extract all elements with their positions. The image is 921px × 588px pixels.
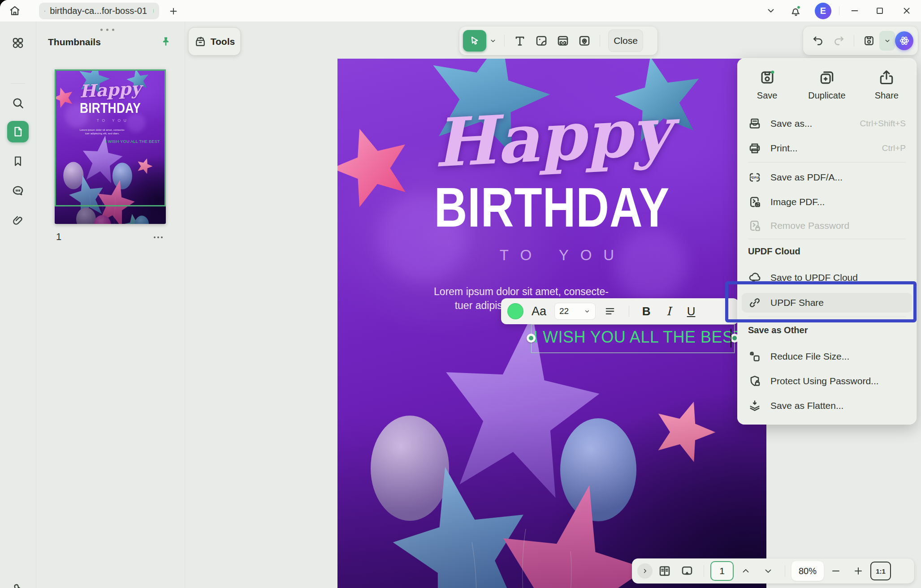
menu-item-image-pdf[interactable]: Image PDF... <box>742 192 912 212</box>
save-dropdown-menu: Save Duplicate Share Save as...Ctrl+Shif… <box>737 58 917 425</box>
document-tab[interactable]: birthday-ca...for-boss-01 <box>39 3 159 19</box>
close-edit-button[interactable]: Close <box>608 30 643 52</box>
close-window-button[interactable] <box>897 0 916 21</box>
menu-item-save-as-pdfa[interactable]: PDF/A Save as PDF/A... <box>742 167 912 187</box>
redo-button[interactable] <box>829 30 850 52</box>
actual-size-button[interactable]: 1:1 <box>870 562 891 580</box>
align-button[interactable] <box>598 300 622 322</box>
zoom-out-button[interactable] <box>826 561 846 581</box>
bold-button[interactable]: B <box>636 305 656 318</box>
comment-icon <box>11 184 25 197</box>
text-caret <box>731 329 731 348</box>
minimize-button[interactable] <box>845 0 864 21</box>
menu-item-save-to-updf-cloud[interactable]: Save to UPDF Cloud <box>742 268 912 288</box>
font-style-button[interactable]: Aa <box>526 305 552 318</box>
ai-swirl-icon <box>898 34 911 47</box>
section-save-as-other: Save as Other <box>748 325 808 335</box>
undo-button[interactable] <box>808 30 829 52</box>
minimize-icon <box>850 6 860 16</box>
ai-assistant-button[interactable] <box>895 31 913 50</box>
divider <box>600 35 600 47</box>
sidebar-item-bookmarks[interactable] <box>7 150 29 172</box>
printer-icon <box>748 142 761 155</box>
tools-button[interactable]: Tools <box>188 27 241 56</box>
divider <box>839 6 839 15</box>
sidebar-item-apps[interactable] <box>7 32 29 54</box>
menu-item-save-as[interactable]: Save as...Ctrl+Shift+S <box>742 114 912 133</box>
font-size-dropdown[interactable]: 22 <box>554 303 596 320</box>
selection-handle-left[interactable] <box>527 334 536 343</box>
sidebar-item-search[interactable] <box>7 92 29 114</box>
divider <box>748 317 906 317</box>
save-icon <box>759 69 776 86</box>
monitor-icon <box>44 6 45 16</box>
next-page-button[interactable] <box>758 561 778 581</box>
page-number-input[interactable] <box>710 561 734 581</box>
zoom-level-button[interactable]: 80% <box>791 561 824 581</box>
page-thumbnail[interactable]: Happy BIRTHDAY TO YOU Lorem ipsum dolor … <box>55 69 166 224</box>
avatar[interactable]: E <box>815 3 831 19</box>
cloud-icon <box>748 271 761 284</box>
edit-toolbar: Close <box>459 26 657 55</box>
text-selection-box[interactable] <box>531 324 735 353</box>
previous-page-button[interactable] <box>735 561 756 581</box>
tools-label: Tools <box>211 36 235 47</box>
text-color-swatch[interactable] <box>507 303 523 319</box>
sidebar-item-swatches[interactable] <box>7 578 29 588</box>
menu-item-protect-password[interactable]: Protect Using Password... <box>742 371 912 391</box>
stamp-tool-button[interactable] <box>574 30 595 52</box>
zoom-in-button[interactable] <box>848 561 869 581</box>
save-button[interactable] <box>859 30 880 52</box>
maximize-button[interactable] <box>870 0 889 21</box>
reduce-size-icon <box>748 350 761 363</box>
menu-item-updf-share[interactable]: UPDF Share <box>742 293 912 313</box>
chevron-down-icon <box>763 566 773 576</box>
divider <box>629 305 629 317</box>
redo-icon <box>833 34 845 47</box>
page-layout-button[interactable] <box>654 561 675 581</box>
menu-item-save-as-flatten[interactable]: Save as Flatten... <box>742 396 912 416</box>
menu-save-button[interactable]: Save <box>740 69 794 101</box>
palette-fan-icon <box>11 582 25 588</box>
menu-item-print[interactable]: Print...Ctrl+P <box>742 138 912 158</box>
unsaved-dot <box>153 9 154 13</box>
divider <box>504 35 505 47</box>
collapse-bar-button[interactable] <box>637 563 653 579</box>
toolbox-icon <box>194 35 207 48</box>
home-button[interactable] <box>6 2 23 19</box>
menu-item-reduce-file-size[interactable]: Reduce File Size... <box>742 347 912 366</box>
thumbnail-page-number: 1 <box>56 231 61 243</box>
duplicate-icon <box>818 69 835 86</box>
title-bar: birthday-ca...for-boss-01 E <box>0 0 921 21</box>
panel-drag-handle[interactable] <box>100 29 114 31</box>
menu-share-button[interactable]: Share <box>860 69 913 101</box>
thumbnail-more-icon[interactable] <box>154 236 163 238</box>
maximize-icon <box>875 6 885 16</box>
image-tool-button[interactable] <box>531 30 552 52</box>
divider <box>854 35 854 47</box>
select-tool-button[interactable] <box>463 30 486 52</box>
section-updf-cloud: UPDF Cloud <box>748 246 800 257</box>
presentation-button[interactable] <box>677 561 697 581</box>
notifications-button[interactable] <box>787 0 805 21</box>
chevron-down-icon <box>883 37 891 45</box>
link-tool-button[interactable] <box>552 30 574 52</box>
divider <box>748 162 906 163</box>
align-left-icon <box>604 305 616 318</box>
underline-button[interactable]: U <box>681 305 701 318</box>
collapse-toolbar-button[interactable] <box>762 0 780 21</box>
thumbnail-card: Happy BIRTHDAY TO YOU Lorem ipsum dolor … <box>55 69 166 224</box>
select-tool-dropdown[interactable] <box>486 30 500 52</box>
new-tab-button[interactable] <box>167 4 180 18</box>
sidebar-item-comments[interactable] <box>7 180 29 202</box>
chevron-right-icon <box>641 567 649 575</box>
sidebar-item-thumbnails[interactable] <box>7 121 29 142</box>
italic-button[interactable]: I <box>659 305 679 318</box>
pin-panel-button[interactable] <box>158 34 173 49</box>
save-options-dropdown[interactable] <box>879 31 895 51</box>
sidebar-item-attachments[interactable] <box>7 210 29 231</box>
divider <box>11 83 25 84</box>
text-tool-button[interactable] <box>509 30 531 52</box>
bell-icon <box>790 5 802 17</box>
menu-duplicate-button[interactable]: Duplicate <box>800 69 854 101</box>
